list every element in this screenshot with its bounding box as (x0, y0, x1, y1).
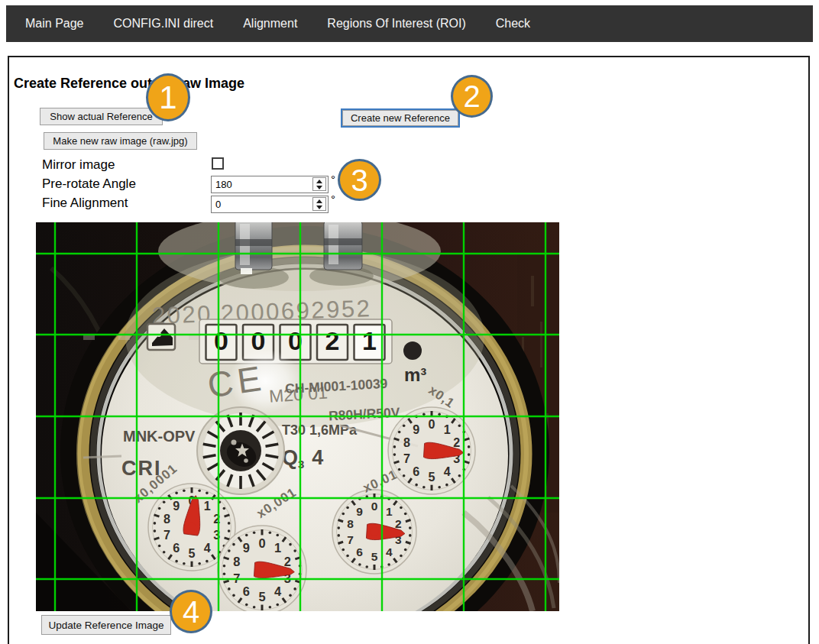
spinner-down-icon[interactable] (316, 205, 322, 209)
dial-number: 9 (243, 541, 250, 555)
nav-check[interactable]: Check (496, 17, 530, 31)
callout-2: 2 (451, 75, 493, 118)
dial-number: 5 (189, 546, 196, 560)
nav-config-ini[interactable]: CONFIG.INI direct (114, 17, 214, 31)
nav-main-page[interactable]: Main Page (25, 17, 84, 31)
show-actual-reference-button[interactable]: Show actual Reference (40, 108, 163, 125)
page: Main Page CONFIG.INI direct Alignment Re… (0, 0, 819, 644)
callout-1: 1 (146, 73, 190, 121)
impeller-star-wheel (197, 407, 284, 494)
fine-alignment-spinner[interactable] (312, 197, 326, 211)
odometer-digit: 0 (214, 326, 228, 355)
dial-number: 8 (403, 435, 410, 449)
dial-number: 1 (274, 541, 281, 555)
dial-number: 4 (444, 464, 451, 478)
odometer-dot (403, 341, 422, 360)
marking-ce: CE (205, 358, 267, 405)
prerotate-degree-unit: ° (331, 173, 335, 186)
dial-number: 5 (258, 590, 265, 604)
dial-number: 8 (347, 517, 354, 530)
prerotate-angle-label: Pre-rotate Angle (42, 176, 136, 192)
embossed-tab (83, 335, 95, 340)
odometer: 00021 (206, 325, 385, 360)
dial-number: 5 (371, 550, 378, 563)
spinner-up-icon[interactable] (316, 180, 322, 183)
callout-3: 3 (338, 159, 381, 201)
update-reference-image-button[interactable]: Update Reference Image (41, 615, 171, 635)
dial-number: 0 (429, 417, 435, 431)
dial-number: 7 (347, 533, 354, 546)
prerotate-spinner[interactable] (312, 177, 326, 191)
dial-number: 6 (413, 464, 419, 478)
make-new-raw-image-button[interactable]: Make new raw image (raw.jpg) (44, 132, 197, 150)
prerotate-angle-input[interactable] (212, 176, 306, 192)
dial-number: 9 (413, 422, 419, 436)
dial-number: 6 (356, 545, 363, 558)
dial-number: 0 (371, 500, 378, 513)
nav-roi[interactable]: Regions Of Interest (ROI) (327, 17, 465, 31)
dial-number: 4 (204, 541, 211, 555)
meter-logo (147, 324, 175, 350)
dial-number: 0 (258, 536, 265, 550)
marking-temp-pressure: T30 1,6MPa (282, 422, 358, 438)
dial-number: 7 (403, 451, 410, 465)
dial-number: 7 (163, 528, 170, 542)
reference-image: 2020 2000692952 00021 m³ CE M20 01 CH-MI… (36, 222, 559, 611)
meter-unit: m³ (404, 364, 426, 385)
dial-number: 2 (284, 555, 291, 568)
embossed-tab (118, 335, 130, 340)
fine-alignment-label: Fine Alignment (42, 196, 128, 211)
texture-streak (531, 276, 534, 306)
dial-number: 9 (173, 499, 180, 513)
fine-alignment-field (211, 196, 329, 213)
dial-number: 8 (163, 512, 170, 526)
dial-number: 7 (233, 571, 240, 585)
navbar: Main Page CONFIG.INI direct Alignment Re… (6, 5, 813, 42)
odometer-digit: 1 (362, 326, 377, 355)
dial-number: 2 (453, 435, 460, 449)
spinner-up-icon[interactable] (316, 199, 322, 203)
page-title: Create Reference out of Raw Image (14, 76, 244, 92)
dial-number: 6 (243, 584, 250, 598)
fine-alignment-input[interactable] (212, 196, 306, 212)
callout-2-number: 2 (463, 81, 480, 112)
texture-streak (540, 322, 542, 367)
dial-number: 9 (356, 505, 363, 518)
prerotate-angle-field (211, 176, 329, 193)
mirror-image-checkbox[interactable] (212, 157, 224, 170)
dial-number: 1 (444, 422, 451, 436)
dial-number: 6 (173, 541, 180, 555)
embossed-tab (189, 335, 200, 340)
marking-brand: MNK-OPV (123, 428, 196, 445)
dial-number: 5 (429, 470, 435, 484)
mirror-image-label: Mirror image (42, 157, 115, 173)
dial-number: 1 (386, 505, 393, 518)
create-new-reference-button[interactable]: Create new Reference (342, 110, 458, 126)
callout-4-number: 4 (183, 597, 199, 627)
dial-number: 2 (395, 517, 402, 530)
callout-1-number: 1 (159, 82, 176, 114)
fine-alignment-degree-unit: ° (331, 193, 335, 205)
dial-number: 4 (386, 545, 393, 558)
dial-number: 8 (233, 555, 240, 568)
dial-number: 1 (204, 499, 211, 513)
spinner-down-icon[interactable] (316, 186, 322, 189)
nav-alignment[interactable]: Alignment (243, 17, 297, 31)
callout-3-number: 3 (351, 165, 367, 196)
callout-4: 4 (170, 590, 212, 633)
dial-number: 4 (274, 584, 282, 598)
odometer-digit: 2 (325, 326, 340, 355)
